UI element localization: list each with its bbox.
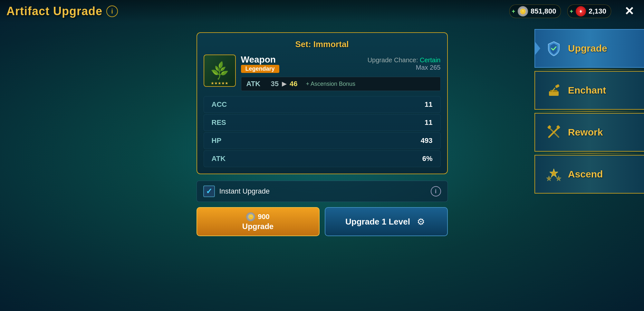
gem-icon: ♦ [576, 6, 586, 16]
weapon-info-row: 🌿 ★★★★★ Weapon Legendary Upgrade Chance:… [204, 55, 441, 91]
upgrade-chance: Upgrade Chance: Certain [368, 56, 441, 64]
upgrade-cost-amount: 900 [258, 213, 270, 221]
silver-currency: + 🪙 851,800 [509, 5, 561, 18]
instant-upgrade-label: Instant Upgrade [219, 187, 270, 196]
sidebar-ascend-label: Ascend [568, 169, 603, 180]
stat-name-res: RES [212, 118, 226, 127]
sidebar-enchant-label: Enchant [568, 85, 606, 96]
checkbox-check-icon: ✓ [206, 187, 212, 196]
weapon-right-col: Weapon Legendary Upgrade Chance: Certain… [241, 55, 441, 91]
sidebar-rework-icon [545, 123, 563, 141]
max-level: Max 265 [368, 64, 441, 71]
sidebar-upgrade-label: Upgrade [568, 43, 607, 54]
weapon-name: Weapon [241, 55, 279, 65]
right-sidebar: Upgrade Enchant Rework [534, 23, 644, 311]
stat-row-atk: ATK 6% [204, 150, 441, 167]
upgrade-cost-label: Upgrade [242, 222, 274, 231]
close-button[interactable]: ✕ [621, 3, 638, 20]
weapon-image: 🌿 ★★★★★ [204, 55, 236, 87]
upgrade-cost-top: 🪙 900 [246, 212, 270, 221]
stat-value-hp: 493 [421, 136, 433, 145]
instant-upgrade-left: ✓ Instant Upgrade [203, 186, 270, 197]
set-name: Set: Immortal [204, 39, 441, 49]
gear-icon: ⚙ [415, 216, 427, 227]
weapon-icon: 🌿 [209, 60, 230, 81]
stat-value-acc: 11 [425, 100, 432, 109]
svg-marker-10 [556, 176, 561, 181]
header: Artifact Upgrade i + 🪙 851,800 + ♦ 2,130… [0, 0, 644, 23]
atk-arrow: ▶ [282, 80, 286, 87]
sidebar-enchant-icon [545, 81, 563, 99]
gem-value: 2,130 [589, 7, 606, 15]
weapon-name-col: Weapon Legendary [241, 55, 279, 75]
artifact-card: Set: Immortal 🌿 ★★★★★ Weapon Legendary [197, 32, 448, 174]
upgrade-cost-button[interactable]: 🪙 900 Upgrade [197, 207, 320, 236]
silver-icon: 🪙 [518, 6, 528, 16]
sidebar-ascend-button[interactable]: Ascend [534, 155, 644, 194]
action-buttons: 🪙 900 Upgrade Upgrade 1 Level ⚙ [197, 207, 448, 236]
stat-name-acc: ACC [212, 100, 227, 109]
sidebar-enchant-button[interactable]: Enchant [534, 71, 644, 110]
weapon-right-info: Upgrade Chance: Certain Max 265 [368, 56, 441, 73]
gem-currency: + ♦ 2,130 [567, 5, 611, 18]
silver-value: 851,800 [531, 7, 556, 15]
atk-from: 35 [271, 80, 279, 88]
atk-bar: ATK 35 ▶ 46 + Ascension Bonus [241, 77, 441, 91]
center-panel: Set: Immortal 🌿 ★★★★★ Weapon Legendary [197, 32, 448, 236]
sidebar-upgrade-icon [545, 39, 563, 57]
instant-upgrade-row: ✓ Instant Upgrade i [197, 181, 448, 202]
sidebar-divider-3 [534, 153, 644, 154]
stat-name-atk: ATK [212, 155, 226, 163]
stars-badge: ★★★★★ [204, 81, 235, 85]
page-title: Artifact Upgrade [6, 5, 102, 18]
coin-icon: 🪙 [246, 212, 255, 221]
stat-row-hp: HP 493 [204, 132, 441, 149]
svg-marker-8 [550, 169, 558, 177]
stat-value-atk: 6% [422, 155, 433, 163]
sidebar-rework-label: Rework [568, 127, 603, 138]
legendary-badge: Legendary [241, 65, 279, 73]
sidebar-rework-button[interactable]: Rework [534, 113, 644, 152]
ascension-bonus: + Ascension Bonus [306, 81, 355, 87]
sidebar-divider-2 [534, 111, 644, 112]
stats-section: ACC 11 RES 11 HP 493 ATK 6% [204, 96, 441, 167]
atk-values: 35 ▶ 46 [271, 80, 298, 88]
instant-upgrade-info-button[interactable]: i [431, 186, 441, 196]
upgrade-level-text: Upgrade 1 Level [345, 217, 410, 227]
upgrade-level-button[interactable]: Upgrade 1 Level ⚙ [325, 207, 448, 236]
header-info-button[interactable]: i [106, 5, 118, 17]
sidebar-upgrade-button[interactable]: Upgrade [534, 29, 644, 68]
weapon-name-row: Weapon Legendary Upgrade Chance: Certain… [241, 55, 441, 75]
sidebar-ascend-icon [545, 165, 563, 183]
stat-value-res: 11 [425, 118, 432, 127]
stat-row-acc: ACC 11 [204, 96, 441, 113]
title-area: Artifact Upgrade i [6, 5, 118, 18]
svg-rect-1 [550, 90, 557, 92]
upgrade-chance-value: Certain [420, 56, 440, 64]
instant-upgrade-checkbox[interactable]: ✓ [203, 186, 215, 197]
svg-marker-9 [546, 176, 552, 181]
sidebar-divider-1 [534, 69, 644, 70]
svg-rect-0 [549, 91, 559, 96]
stat-row-res: RES 11 [204, 114, 441, 131]
atk-to: 46 [290, 80, 297, 88]
stat-name-hp: HP [212, 136, 222, 145]
currency-area: + 🪙 851,800 + ♦ 2,130 ✕ [509, 3, 638, 20]
atk-label: ATK [246, 80, 266, 88]
svg-rect-2 [555, 84, 560, 88]
